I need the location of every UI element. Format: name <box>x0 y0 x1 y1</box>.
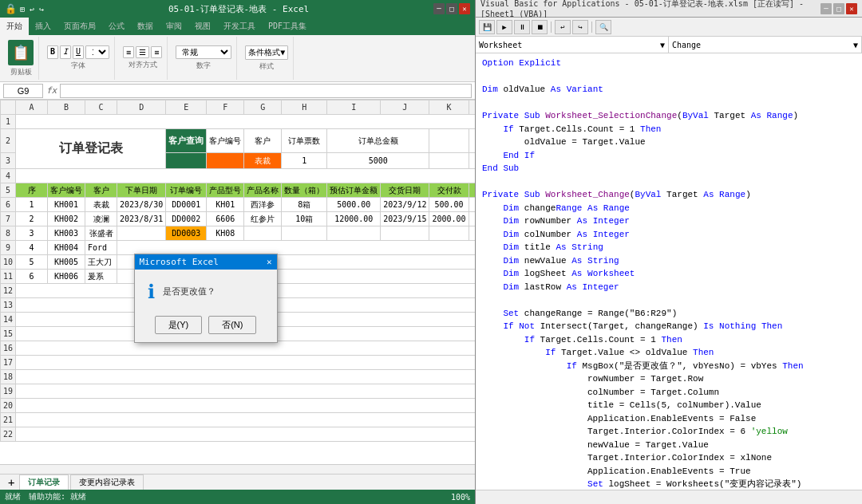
underline-btn[interactable]: U <box>73 45 84 59</box>
tab-home[interactable]: 开始 <box>0 18 29 35</box>
cell-payment-1[interactable]: 500.00 <box>429 198 469 212</box>
cell-prod-code-3[interactable]: KH08 <box>207 226 244 241</box>
cell-payment-3[interactable] <box>429 226 469 241</box>
cell-delivery-3[interactable] <box>381 226 429 241</box>
vba-procedure-dropdown[interactable]: Change ▼ <box>669 37 862 53</box>
cell-date-2[interactable]: 2023/8/31 <box>117 212 166 226</box>
italic-btn[interactable]: I <box>60 45 71 59</box>
row-header-4[interactable]: 4 <box>1 169 16 183</box>
cell-cust-id-1[interactable]: KH001 <box>48 198 85 212</box>
col-header-l[interactable]: L <box>469 100 475 115</box>
col-header-j[interactable]: J <box>381 100 429 115</box>
formula-input[interactable] <box>60 84 472 98</box>
info-value-cust-id[interactable]: KH001 <box>207 153 244 169</box>
col-header-f[interactable]: F <box>207 100 244 115</box>
col-header-d[interactable]: D <box>117 100 166 115</box>
row-header-9[interactable]: 9 <box>1 241 16 255</box>
maximize-btn[interactable]: □ <box>446 3 457 14</box>
tab-data[interactable]: 数据 <box>131 18 160 35</box>
row-header-8[interactable]: 8 <box>1 226 16 241</box>
col-header-e[interactable]: E <box>166 100 207 115</box>
cell-cust-4[interactable]: Ford <box>85 241 117 255</box>
row-header-6[interactable]: 6 <box>1 198 16 212</box>
cell-delivery-2[interactable]: 2023/9/15 <box>381 212 429 226</box>
lookup-btn-cell2[interactable] <box>166 153 207 169</box>
col-header-c[interactable]: C <box>85 100 117 115</box>
cell-qty-3[interactable] <box>282 226 327 241</box>
cell-order-3[interactable]: DD0003 <box>166 226 207 241</box>
col-header-h[interactable]: H <box>282 100 327 115</box>
cell-amount-3[interactable] <box>327 226 381 241</box>
cell-seq-1[interactable]: 1 <box>16 198 48 212</box>
col-header-a[interactable]: A <box>16 100 48 115</box>
cell-date-1[interactable]: 2023/8/30 <box>117 198 166 212</box>
info-value-total[interactable]: 5000 <box>327 153 429 169</box>
tab-review[interactable]: 审阅 <box>160 18 188 35</box>
vba-minimize-btn[interactable]: ─ <box>820 3 832 14</box>
row-header-5[interactable]: 5 <box>1 183 16 198</box>
row4-empty[interactable] <box>16 169 475 183</box>
cell-date-3[interactable] <box>117 226 166 241</box>
cell-payment-2[interactable]: 2000.00 <box>429 212 469 226</box>
cell-cust-6[interactable]: 爰系 <box>85 270 117 284</box>
vba-undo-btn[interactable]: ↩ <box>555 20 571 34</box>
cell-qty-1[interactable]: 8箱 <box>282 198 327 212</box>
horizontal-scrollbar[interactable] <box>0 464 475 474</box>
vba-code-area[interactable]: Option Explicit Dim oldValue As Variant … <box>476 53 862 490</box>
tab-developer[interactable]: 开发工具 <box>217 18 262 35</box>
info-value-orders[interactable]: 1 <box>282 153 327 169</box>
align-center-btn[interactable]: ☰ <box>136 46 149 58</box>
dialog-close-icon[interactable]: ✕ <box>267 257 272 267</box>
tab-pdf[interactable]: PDF工具集 <box>262 18 313 35</box>
cell-prod-code-2[interactable]: 6606 <box>207 212 244 226</box>
tab-formula[interactable]: 公式 <box>102 18 131 35</box>
tab-view[interactable]: 视图 <box>188 18 217 35</box>
tab-layout[interactable]: 页面布局 <box>57 18 102 35</box>
row-header-1[interactable]: 1 <box>1 115 16 129</box>
row1-empty[interactable] <box>16 115 475 129</box>
row-header-7[interactable]: 7 <box>1 212 16 226</box>
col-header-g[interactable]: G <box>244 100 282 115</box>
paste-button[interactable]: 📋 <box>8 40 34 65</box>
tab-insert[interactable]: 插入 <box>29 18 57 35</box>
col-header-b[interactable]: B <box>48 100 85 115</box>
cell-prod-name-2[interactable]: 红参片 <box>244 212 282 226</box>
conditional-format-btn[interactable]: 条件格式▼ <box>245 45 288 60</box>
vba-close-btn[interactable]: ✕ <box>846 3 857 14</box>
col-header-i[interactable]: I <box>327 100 381 115</box>
cell-seq-6[interactable]: 6 <box>16 270 48 284</box>
row-header-11[interactable]: 11 <box>1 270 16 284</box>
cell-cust-1[interactable]: 表裁 <box>85 198 117 212</box>
col-header-k[interactable]: K <box>429 100 469 115</box>
cell-amount-2[interactable]: 12000.00 <box>327 212 381 226</box>
cell-qty-2[interactable]: 10箱 <box>282 212 327 226</box>
dialog-no-button[interactable]: 否(N) <box>208 316 256 334</box>
cell-prod-name-1[interactable]: 西洋参 <box>244 198 282 212</box>
dialog-yes-button[interactable]: 是(Y) <box>155 316 203 334</box>
vba-redo-btn[interactable]: ↪ <box>572 20 588 34</box>
vba-save-btn[interactable]: 💾 <box>479 20 495 34</box>
sheet-tab-orders[interactable]: 订单记录 <box>19 474 69 490</box>
vba-maximize-btn[interactable]: □ <box>833 3 844 14</box>
vba-stop-btn[interactable]: ⏹ <box>532 20 548 34</box>
close-btn[interactable]: ✕ <box>459 3 470 14</box>
align-left-btn[interactable]: ≡ <box>123 46 134 58</box>
new-sheet-btn[interactable]: + <box>3 476 19 489</box>
bold-btn[interactable]: B <box>47 45 58 59</box>
sheet-tab-changes[interactable]: 变更内容记录表 <box>70 474 144 490</box>
cell-cust-id-4[interactable]: KH004 <box>48 241 85 255</box>
align-right-btn[interactable]: ≡ <box>151 46 162 58</box>
cell-cust-id-5[interactable]: KH005 <box>48 255 85 270</box>
cell-delivery-1[interactable]: 2023/9/12 <box>381 198 429 212</box>
cell-order-2[interactable]: DD0002 <box>166 212 207 226</box>
cell-prod-name-3[interactable] <box>244 226 282 241</box>
cell-seq-4[interactable]: 4 <box>16 241 48 255</box>
cell-seq-3[interactable]: 3 <box>16 226 48 241</box>
vba-object-dropdown[interactable]: Worksheet ▼ <box>476 37 669 53</box>
cell-prod-code-1[interactable]: KH01 <box>207 198 244 212</box>
cell-cust-3[interactable]: 张盛者 <box>85 226 117 241</box>
cell-seq-2[interactable]: 2 <box>16 212 48 226</box>
vba-pause-btn[interactable]: ⏸ <box>514 20 530 34</box>
font-size-select[interactable]: 11 <box>85 45 109 59</box>
number-format-select[interactable]: 常规 <box>176 45 231 59</box>
